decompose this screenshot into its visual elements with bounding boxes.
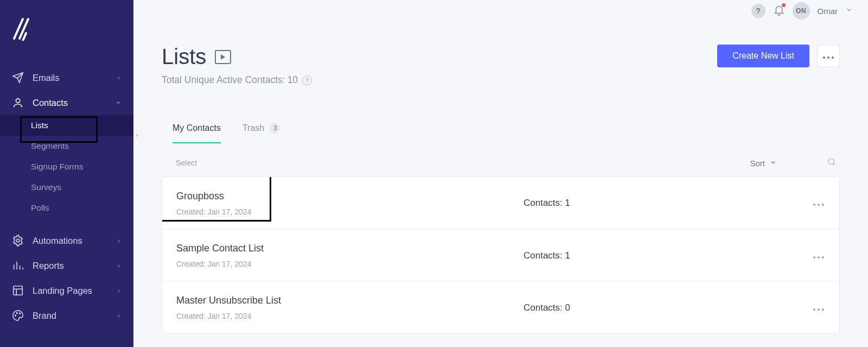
total-contacts-count: 10 <box>288 74 298 86</box>
sort-button[interactable]: Sort <box>750 159 777 168</box>
svg-point-3 <box>16 99 20 103</box>
svg-point-9 <box>828 159 834 165</box>
list-row[interactable]: Sample Contact List Created: Jan 17, 202… <box>162 229 839 281</box>
sidebar-item-reports[interactable]: Reports <box>0 253 133 278</box>
list-row-actions-button[interactable] <box>803 198 825 208</box>
list-name: Master Unsubscribe List <box>176 295 524 306</box>
sidebar-item-contacts[interactable]: Contacts <box>0 90 133 115</box>
ellipsis-icon <box>812 251 825 261</box>
ellipsis-icon <box>822 51 835 61</box>
topbar: ? ON Omar <box>133 0 868 20</box>
sidebar-item-label: Automations <box>33 236 82 246</box>
svg-rect-5 <box>14 286 23 295</box>
list-created-date: Created: Jan 17, 2024 <box>176 260 524 268</box>
sidebar-item-polls[interactable]: Polls <box>0 198 133 218</box>
list-row-actions-button[interactable] <box>803 251 825 261</box>
sidebar-item-landing-pages[interactable]: Landing Pages <box>0 278 133 303</box>
info-icon[interactable]: ? <box>302 75 312 85</box>
notification-dot-icon <box>782 3 786 7</box>
svg-point-6 <box>15 315 16 316</box>
bell-icon <box>773 8 785 17</box>
sidebar: Emails Contacts Lists Segments Signup Fo <box>0 0 133 347</box>
sidebar-item-label: Brand <box>33 311 56 321</box>
list-created-date: Created: Jan 17, 2024 <box>176 312 524 320</box>
chevron-right-icon <box>116 236 122 246</box>
list-contacts-count: Contacts: 1 <box>524 250 803 261</box>
list-created-date: Created: Jan 17, 2024 <box>176 207 524 216</box>
sidebar-item-label: Reports <box>33 261 64 271</box>
user-menu-toggle[interactable] <box>845 6 853 16</box>
help-icon[interactable]: ? <box>751 4 765 18</box>
search-button[interactable] <box>827 157 837 169</box>
list-row[interactable]: Groupboss Created: Jan 17, 2024 Contacts… <box>162 177 839 229</box>
chevron-right-icon <box>116 73 122 83</box>
list-contacts-count: Contacts: 0 <box>524 302 803 313</box>
list-row[interactable]: Master Unsubscribe List Created: Jan 17,… <box>162 281 839 333</box>
tab-my-contacts[interactable]: My Contacts <box>173 123 221 143</box>
layout-icon <box>12 285 33 296</box>
avatar[interactable]: ON <box>793 2 810 20</box>
contacts-sublist: Lists Segments Signup Forms Surveys Poll… <box>0 115 133 218</box>
sidebar-item-surveys[interactable]: Surveys <box>0 177 133 198</box>
more-actions-button[interactable] <box>817 45 840 67</box>
svg-point-4 <box>16 239 20 242</box>
page-title: Lists <box>162 45 206 69</box>
chevron-down-icon <box>115 98 122 108</box>
sidebar-item-label: Signup Forms <box>31 162 83 172</box>
chevron-down-icon <box>769 159 777 168</box>
subtitle-prefix: Total Unique Active Contacts: <box>162 74 285 86</box>
tab-label: Trash <box>242 123 264 133</box>
sidebar-item-label: Segments <box>31 141 69 151</box>
tab-label: My Contacts <box>173 123 221 133</box>
sidebar-item-automations[interactable]: Automations <box>0 228 133 253</box>
sidebar-item-emails[interactable]: Emails <box>0 65 133 90</box>
ellipsis-icon <box>812 303 825 313</box>
notifications-button[interactable] <box>773 4 785 18</box>
list-name: Groupboss <box>176 191 524 202</box>
select-all-button[interactable]: Select <box>176 159 197 167</box>
svg-point-8 <box>20 313 21 314</box>
chevron-right-icon <box>116 261 122 271</box>
list-name: Sample Contact List <box>176 243 524 254</box>
tab-count-badge: 3 <box>270 123 280 134</box>
tab-trash[interactable]: Trash 3 <box>242 123 280 143</box>
sidebar-item-signup-forms[interactable]: Signup Forms <box>0 156 133 177</box>
chevron-right-icon <box>116 286 122 296</box>
svg-line-2 <box>23 33 26 41</box>
create-new-list-button[interactable]: Create New List <box>717 45 809 67</box>
palette-icon <box>12 310 33 321</box>
sidebar-item-segments[interactable]: Segments <box>0 136 133 156</box>
app-logo <box>12 17 31 41</box>
sidebar-item-lists[interactable]: Lists <box>0 115 133 136</box>
paper-plane-icon <box>12 72 33 84</box>
avatar-initials: ON <box>796 7 806 15</box>
play-icon <box>221 54 225 60</box>
help-icon-label: ? <box>756 7 761 15</box>
list-contacts-count: Contacts: 1 <box>524 198 803 209</box>
sidebar-item-brand[interactable]: Brand <box>0 303 133 328</box>
list-row-actions-button[interactable] <box>803 303 825 313</box>
sidebar-item-label: Polls <box>31 203 49 213</box>
video-intro-button[interactable] <box>215 50 231 64</box>
bar-chart-icon <box>12 260 33 272</box>
svg-point-7 <box>16 313 17 314</box>
chevron-right-icon <box>116 311 122 321</box>
chevron-down-icon <box>845 6 853 16</box>
ellipsis-icon <box>812 198 825 208</box>
gear-icon <box>12 235 33 247</box>
sidebar-item-label: Landing Pages <box>33 286 92 296</box>
username-label: Omar <box>818 7 838 16</box>
search-icon <box>827 159 837 168</box>
sidebar-item-label: Surveys <box>31 182 61 192</box>
sidebar-item-label: Emails <box>33 73 60 83</box>
person-icon <box>12 97 33 109</box>
main-content: ? ON Omar Lists <box>133 0 868 347</box>
sidebar-item-label: Contacts <box>33 98 68 108</box>
sort-label: Sort <box>750 159 765 168</box>
sidebar-item-label: Lists <box>31 121 48 130</box>
